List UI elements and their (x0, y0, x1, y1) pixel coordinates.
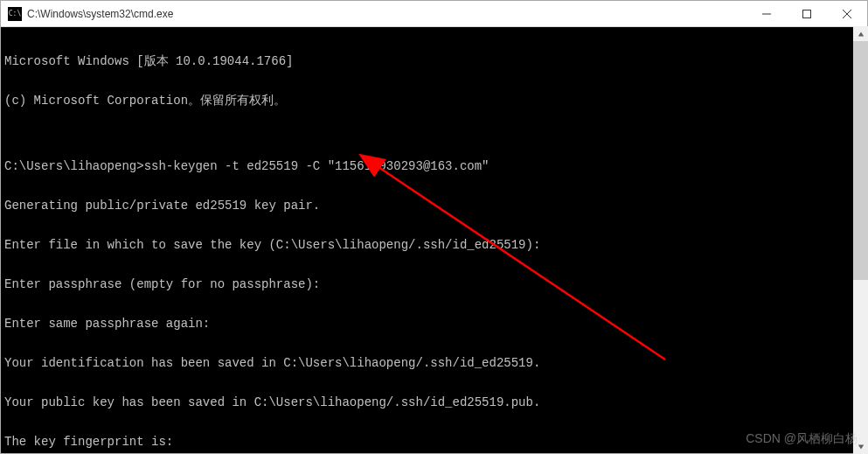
terminal-line: Enter passphrase (empty for no passphras… (4, 278, 864, 291)
watermark: CSDN @风栖柳白杨 (746, 431, 858, 447)
minimize-button[interactable] (746, 1, 787, 26)
svg-marker-7 (858, 444, 863, 449)
terminal-line: Your public key has been saved in C:\Use… (4, 396, 864, 409)
app-icon: C:\ (8, 7, 22, 21)
terminal-line: (c) Microsoft Corporation。保留所有权利。 (4, 94, 864, 108)
terminal-line: Your identification has been saved in C:… (4, 357, 864, 370)
terminal-line: The key fingerprint is: (4, 436, 864, 449)
terminal-line: Microsoft Windows [版本 10.0.19044.1766] (4, 55, 864, 68)
vertical-scrollbar[interactable] (853, 26, 868, 454)
scroll-up-button[interactable] (853, 26, 868, 41)
terminal-line: Enter file in which to save the key (C:\… (4, 239, 864, 252)
svg-line-5 (378, 167, 665, 360)
svg-rect-1 (803, 10, 811, 17)
titlebar[interactable]: C:\ C:\Windows\system32\cmd.exe (1, 1, 867, 27)
scrollbar-track[interactable] (853, 41, 868, 439)
window-controls (746, 1, 867, 26)
scrollbar-thumb[interactable] (853, 41, 868, 280)
terminal-line: Enter same passphrase again: (4, 318, 864, 331)
terminal-output[interactable]: Microsoft Windows [版本 10.0.19044.1766] (… (1, 27, 867, 453)
terminal-line: Generating public/private ed25519 key pa… (4, 199, 864, 213)
close-button[interactable] (827, 1, 867, 26)
svg-marker-6 (858, 31, 863, 36)
maximize-button[interactable] (787, 1, 827, 26)
terminal-line: C:\Users\lihaopeng>ssh-keygen -t ed25519… (4, 160, 864, 173)
window-title: C:\Windows\system32\cmd.exe (27, 8, 746, 20)
cmd-window: C:\ C:\Windows\system32\cmd.exe Microsof… (0, 0, 868, 454)
